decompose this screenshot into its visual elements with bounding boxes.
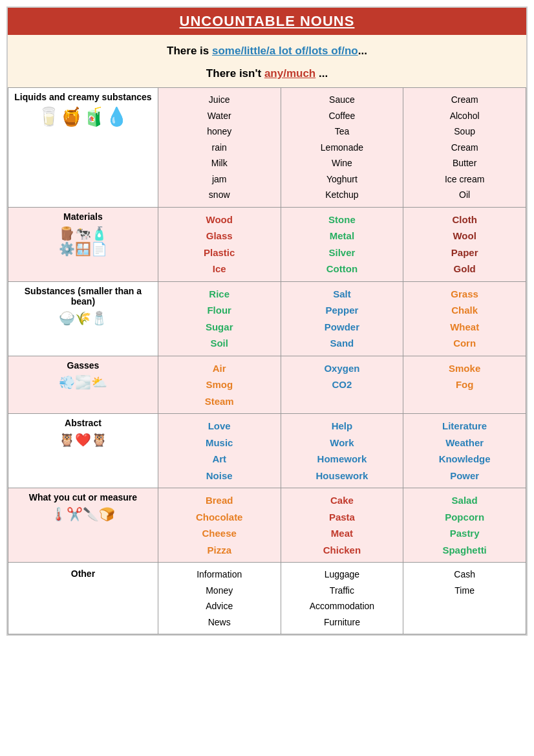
word-cell: LoveMusicArtNoise: [158, 414, 281, 488]
table-row: Other InformationMoneyAdviceNews Luggage…: [8, 563, 526, 634]
table-row: Abstract 🦉❤️🦉 LoveMusicArtNoise HelpWork…: [8, 414, 526, 488]
subtitle-line1: There is some/little/a lot of/lots of/no…: [21, 41, 513, 61]
table-row: Materials 🪵🐄🧴⚙️🪟📄 WoodGlassPlasticIce St…: [8, 207, 526, 281]
word-cell-other: LuggageTrafficAccommodationFurniture: [281, 563, 403, 634]
category-cell: Materials 🪵🐄🧴⚙️🪟📄: [8, 207, 158, 281]
category-title: Materials: [14, 211, 153, 222]
category-title: Gasses: [14, 360, 153, 371]
subtitle2-highlight: any/much: [264, 67, 315, 80]
word-cell: SmokeFog: [403, 356, 526, 414]
word-cell-other: InformationMoneyAdviceNews: [158, 563, 281, 634]
word-cell: SauceCoffeeTeaLemonadeWineYoghurtKetchup: [281, 88, 403, 208]
category-title: Abstract: [14, 418, 153, 428]
word-cell: JuiceWaterhoneyrainMilkjamsnow: [158, 88, 281, 208]
subtitle1-post: ...: [358, 45, 367, 57]
subtitle2-post: ...: [315, 67, 328, 80]
word-cell: RiceFlourSugarSoil: [158, 281, 281, 356]
category-icon: 🦉❤️🦉: [14, 432, 153, 448]
word-cell: CreamAlcoholSoupCreamButterIce creamOil: [403, 88, 526, 208]
subtitle2-pre: There isn't: [206, 67, 264, 80]
word-cell: BreadChocolateCheesePizza: [158, 488, 281, 563]
page-container: UNCOUNTABLE NOUNS There is some/little/a…: [6, 6, 528, 636]
word-cell: SaladPopcornPastrySpaghetti: [403, 488, 526, 563]
table-row: Liquids and creamy substances 🥛🍯🧃💧 Juice…: [8, 88, 526, 208]
category-cell: Liquids and creamy substances 🥛🍯🧃💧: [8, 88, 158, 208]
word-cell-other: CashTime: [403, 563, 526, 634]
subtitle-section: There is some/little/a lot of/lots of/no…: [8, 35, 526, 87]
word-cell: CakePastaMeatChicken: [281, 488, 403, 563]
category-cell: What you cut or measure 🌡️✂️🔪🍞: [8, 488, 158, 563]
category-title-other: Other: [14, 567, 153, 582]
subtitle-line2: There isn't any/much ...: [21, 64, 513, 84]
word-cell: ClothWoolPaperGold: [403, 207, 526, 281]
category-title: Liquids and creamy substances: [14, 92, 153, 102]
category-cell: Abstract 🦉❤️🦉: [8, 414, 158, 488]
main-table: Liquids and creamy substances 🥛🍯🧃💧 Juice…: [8, 87, 526, 634]
category-icon: 🍚🌾🧂: [14, 310, 153, 326]
word-cell: GrassChalkWheatCorn: [403, 281, 526, 356]
word-cell: WoodGlassPlasticIce: [158, 207, 281, 281]
table-row: Substances (smaller than a bean) 🍚🌾🧂 Ric…: [8, 281, 526, 356]
category-icon: 💨🌫️⛅: [14, 374, 153, 390]
word-cell: AirSmogSteam: [158, 356, 281, 414]
table-row: Gasses 💨🌫️⛅ AirSmogSteam OxygenCO2 Smoke…: [8, 356, 526, 414]
subtitle1-highlight: some/little/a lot of/lots of/no: [212, 45, 358, 57]
category-title: Substances (smaller than a bean): [14, 286, 153, 307]
category-icon: 🌡️✂️🔪🍞: [14, 506, 153, 522]
category-cell-other: Other: [8, 563, 158, 634]
page-title: UNCOUNTABLE NOUNS: [8, 8, 526, 35]
category-icon: 🪵🐄🧴⚙️🪟📄: [14, 226, 153, 257]
category-icon: 🥛🍯🧃💧: [14, 106, 153, 127]
category-cell: Substances (smaller than a bean) 🍚🌾🧂: [8, 281, 158, 356]
table-row: What you cut or measure 🌡️✂️🔪🍞 BreadChoc…: [8, 488, 526, 563]
category-cell: Gasses 💨🌫️⛅: [8, 356, 158, 414]
word-cell: StoneMetalSilverCotton: [281, 207, 403, 281]
word-cell: LiteratureWeatherKnowledgePower: [403, 414, 526, 488]
word-cell: HelpWorkHomeworkHousework: [281, 414, 403, 488]
subtitle1-pre: There is: [167, 45, 212, 57]
category-title: What you cut or measure: [14, 492, 153, 502]
word-cell: SaltPepperPowderSand: [281, 281, 403, 356]
word-cell: OxygenCO2: [281, 356, 403, 414]
